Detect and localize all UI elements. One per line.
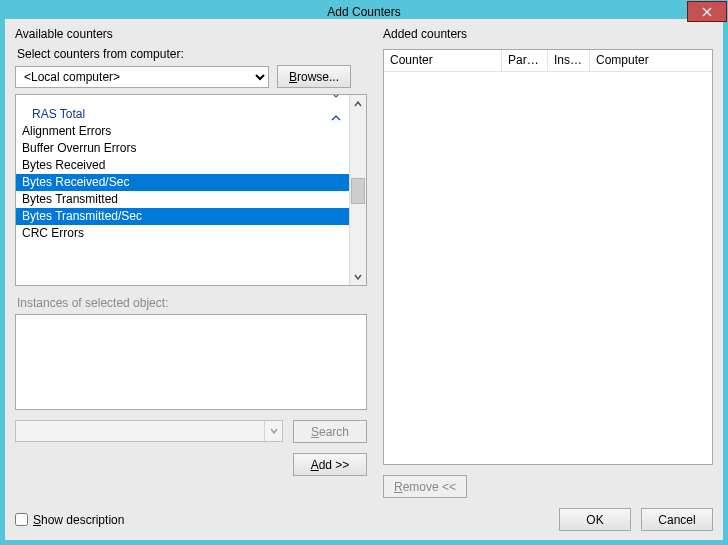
available-counters-group: Available counters Select counters from …	[15, 27, 367, 476]
instances-listbox[interactable]	[15, 314, 367, 410]
added-counters-table[interactable]: Counter Parent Inst... Computer	[383, 49, 713, 465]
column-parent[interactable]: Parent	[502, 50, 548, 71]
close-button[interactable]	[687, 1, 727, 22]
counter-item[interactable]: CRC Errors	[16, 225, 349, 242]
scroll-up-button[interactable]	[350, 95, 366, 112]
scroll-down-button[interactable]	[350, 268, 366, 285]
search-button[interactable]: Search	[293, 420, 367, 443]
browse-button[interactable]: Browse...	[277, 65, 351, 88]
column-counter[interactable]: Counter	[384, 50, 502, 71]
computer-select[interactable]: <Local computer>	[15, 66, 269, 88]
added-counters-header: Counter Parent Inst... Computer	[384, 50, 712, 72]
counter-item[interactable]: Bytes Received	[16, 157, 349, 174]
column-computer[interactable]: Computer	[590, 50, 712, 71]
chevron-down-icon	[331, 95, 341, 99]
close-icon	[702, 7, 712, 17]
added-counters-legend: Added counters	[383, 27, 467, 41]
added-counters-group: Added counters Counter Parent Inst... Co…	[383, 27, 713, 498]
counter-item[interactable]: Bytes Transmitted	[16, 191, 349, 208]
counter-item[interactable]: Alignment Errors	[16, 123, 349, 140]
column-instance[interactable]: Inst...	[548, 50, 590, 71]
scroll-track[interactable]	[350, 112, 366, 268]
chevron-down-icon	[264, 421, 282, 441]
available-counters-legend: Available counters	[15, 27, 113, 41]
counter-list[interactable]: RAS Port RAS Total Alignment Errors Buff…	[16, 95, 349, 285]
add-button[interactable]: Add >>	[293, 453, 367, 476]
instances-label: Instances of selected object:	[17, 296, 367, 310]
show-description-checkbox[interactable]: Show description	[15, 513, 124, 527]
scrollbar[interactable]	[349, 95, 366, 285]
ok-button[interactable]: OK	[559, 508, 631, 531]
window-title: Add Counters	[5, 5, 723, 19]
category-ras-total[interactable]: RAS Total	[16, 105, 349, 123]
show-description-input[interactable]	[15, 513, 28, 526]
counter-item-selected[interactable]: Bytes Transmitted/Sec	[16, 208, 349, 225]
category-ras-port[interactable]: RAS Port	[16, 95, 349, 105]
cancel-button[interactable]: Cancel	[641, 508, 713, 531]
select-counters-label: Select counters from computer:	[17, 47, 367, 61]
remove-button[interactable]: Remove <<	[383, 475, 467, 498]
client-area: Available counters Select counters from …	[5, 19, 723, 541]
instance-filter-combo[interactable]	[15, 420, 283, 442]
counter-item-selected[interactable]: Bytes Received/Sec	[16, 174, 349, 191]
titlebar: Add Counters	[5, 5, 723, 19]
scroll-thumb[interactable]	[351, 178, 365, 204]
counter-tree: RAS Port RAS Total Alignment Errors Buff…	[15, 94, 367, 286]
counter-item[interactable]: Buffer Overrun Errors	[16, 140, 349, 157]
window: Add Counters Available counters Select c…	[0, 0, 728, 545]
